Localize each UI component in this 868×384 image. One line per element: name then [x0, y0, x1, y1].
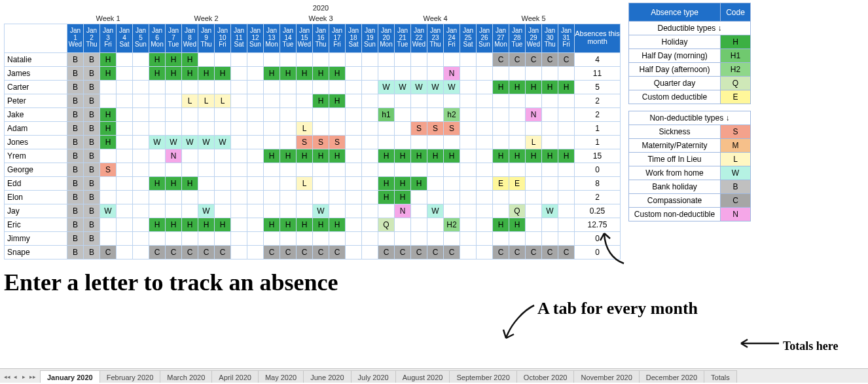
- absence-cell[interactable]: [215, 204, 231, 218]
- absence-cell[interactable]: [444, 94, 460, 107]
- absence-cell[interactable]: B: [67, 94, 84, 107]
- absence-cell[interactable]: [460, 149, 477, 163]
- absence-cell[interactable]: H: [166, 66, 182, 80]
- absence-cell[interactable]: [313, 231, 329, 245]
- absence-cell[interactable]: [117, 163, 133, 176]
- absence-cell[interactable]: [231, 149, 247, 163]
- absence-cell[interactable]: [329, 80, 346, 94]
- absence-cell[interactable]: [297, 190, 313, 204]
- absence-cell[interactable]: [149, 121, 166, 135]
- absence-cell[interactable]: [427, 94, 444, 107]
- absence-cell[interactable]: [329, 204, 346, 218]
- absence-cell[interactable]: [215, 80, 231, 94]
- absence-cell[interactable]: [329, 176, 346, 190]
- absence-cell[interactable]: [427, 135, 444, 149]
- absence-cell[interactable]: [460, 80, 477, 94]
- sheet-tab[interactable]: March 2020: [160, 370, 212, 383]
- absence-cell[interactable]: [542, 66, 558, 80]
- absence-cell[interactable]: [231, 245, 247, 259]
- absence-cell[interactable]: [477, 163, 493, 176]
- absence-cell[interactable]: [133, 176, 149, 190]
- absence-cell[interactable]: [411, 52, 427, 66]
- absence-cell[interactable]: [297, 80, 313, 94]
- absence-cell[interactable]: [100, 218, 117, 231]
- absence-cell[interactable]: [329, 231, 346, 245]
- absence-cell[interactable]: [477, 80, 493, 94]
- absence-cell[interactable]: [558, 176, 575, 190]
- absence-cell[interactable]: [477, 66, 493, 80]
- absence-cell[interactable]: [477, 135, 493, 149]
- absence-cell[interactable]: [247, 135, 264, 149]
- absence-cell[interactable]: B: [67, 190, 84, 204]
- absence-cell[interactable]: C: [493, 52, 509, 66]
- absence-cell[interactable]: [264, 135, 280, 149]
- absence-cell[interactable]: H: [542, 149, 558, 163]
- absence-cell[interactable]: [166, 94, 182, 107]
- absence-cell[interactable]: [166, 190, 182, 204]
- sheet-tab[interactable]: August 2020: [395, 370, 450, 383]
- absence-cell[interactable]: [362, 121, 378, 135]
- sheet-tab[interactable]: November 2020: [573, 370, 639, 383]
- absence-cell[interactable]: [313, 107, 329, 121]
- absence-cell[interactable]: [264, 94, 280, 107]
- absence-cell[interactable]: H: [100, 135, 117, 149]
- absence-cell[interactable]: [182, 190, 198, 204]
- absence-cell[interactable]: [117, 121, 133, 135]
- absence-cell[interactable]: [182, 163, 198, 176]
- absence-cell[interactable]: [444, 163, 460, 176]
- absence-cell[interactable]: Q: [378, 218, 395, 231]
- absence-cell[interactable]: N: [444, 66, 460, 80]
- absence-cell[interactable]: [460, 163, 477, 176]
- absence-cell[interactable]: C: [313, 245, 329, 259]
- absence-cell[interactable]: W: [149, 135, 166, 149]
- absence-cell[interactable]: H: [444, 149, 460, 163]
- absence-cell[interactable]: S: [427, 121, 444, 135]
- absence-cell[interactable]: [477, 121, 493, 135]
- absence-cell[interactable]: [526, 218, 542, 231]
- absence-cell[interactable]: H: [378, 149, 395, 163]
- absence-cell[interactable]: [346, 163, 362, 176]
- absence-cell[interactable]: W: [182, 135, 198, 149]
- absence-cell[interactable]: [133, 245, 149, 259]
- absence-cell[interactable]: B: [84, 163, 100, 176]
- absence-cell[interactable]: H: [166, 52, 182, 66]
- absence-cell[interactable]: B: [84, 245, 100, 259]
- sheet-tab[interactable]: October 2020: [516, 370, 575, 383]
- absence-cell[interactable]: H: [526, 80, 542, 94]
- absence-cell[interactable]: [313, 52, 329, 66]
- absence-cell[interactable]: [378, 204, 395, 218]
- absence-cell[interactable]: [231, 204, 247, 218]
- absence-cell[interactable]: [297, 204, 313, 218]
- absence-cell[interactable]: C: [166, 245, 182, 259]
- absence-cell[interactable]: [542, 94, 558, 107]
- absence-cell[interactable]: C: [526, 245, 542, 259]
- absence-cell[interactable]: H: [182, 176, 198, 190]
- absence-cell[interactable]: [427, 190, 444, 204]
- absence-cell[interactable]: [166, 231, 182, 245]
- absence-cell[interactable]: [117, 66, 133, 80]
- absence-cell[interactable]: [346, 121, 362, 135]
- absence-cell[interactable]: [477, 94, 493, 107]
- absence-cell[interactable]: [182, 204, 198, 218]
- absence-cell[interactable]: [395, 121, 411, 135]
- absence-cell[interactable]: [378, 52, 395, 66]
- absence-cell[interactable]: H: [182, 66, 198, 80]
- absence-cell[interactable]: [542, 231, 558, 245]
- absence-cell[interactable]: W: [427, 204, 444, 218]
- absence-cell[interactable]: [166, 121, 182, 135]
- absence-cell[interactable]: [247, 94, 264, 107]
- absence-cell[interactable]: N: [526, 107, 542, 121]
- absence-cell[interactable]: [477, 245, 493, 259]
- absence-cell[interactable]: H2: [444, 218, 460, 231]
- absence-cell[interactable]: [509, 107, 526, 121]
- absence-cell[interactable]: [133, 94, 149, 107]
- absence-cell[interactable]: C: [444, 245, 460, 259]
- absence-cell[interactable]: [558, 231, 575, 245]
- sheet-tab[interactable]: September 2020: [449, 370, 516, 383]
- absence-cell[interactable]: C: [558, 52, 575, 66]
- absence-cell[interactable]: H: [329, 218, 346, 231]
- absence-cell[interactable]: [427, 163, 444, 176]
- absence-cell[interactable]: H: [378, 190, 395, 204]
- absence-cell[interactable]: [329, 52, 346, 66]
- absence-cell[interactable]: C: [297, 245, 313, 259]
